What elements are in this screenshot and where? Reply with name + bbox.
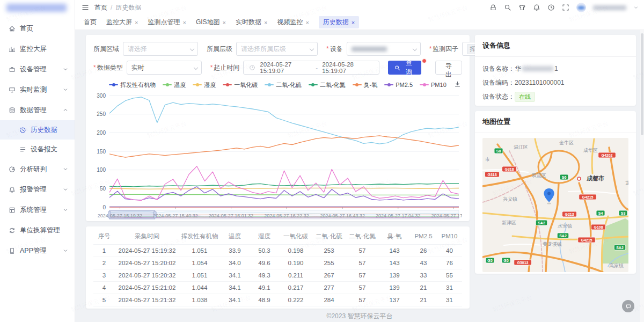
history-line-chart[interactable]: 0501001502002503002024-05-27 15:19:32202… — [93, 90, 462, 221]
tab-历史数据[interactable]: 历史数据× — [319, 16, 359, 28]
location-map[interactable]: 温江区金牛区成华区双流区兴义镇新津区水安镇黄龙溪镇高家镇龙市S8S6S4S3SA… — [482, 138, 628, 272]
series-line-温度 — [109, 194, 459, 195]
tab-close-icon[interactable]: × — [223, 19, 226, 26]
sidebar-item-device-report[interactable]: 设备报文 — [0, 140, 75, 159]
daterange-input[interactable]: 2024-05-27 15:19:07 - 2024-05-28 15:19:0… — [243, 61, 379, 75]
x-axis-tick-label: 2024-05-27 17:25:32 — [431, 213, 462, 218]
tab-实时数据[interactable]: 实时数据× — [236, 18, 267, 27]
road-shield-label: G213 — [565, 213, 574, 216]
tab-监控大屏[interactable]: 监控大屏× — [106, 18, 138, 27]
tab-首页[interactable]: 首页 — [84, 18, 97, 27]
table-cell: 1.054 — [179, 257, 220, 269]
device-value-blurred — [352, 47, 387, 52]
sidebar-item-system-mgmt[interactable]: 系统管理 — [0, 200, 75, 220]
road-shield-label: SA2 — [559, 234, 567, 238]
table-header-cell: 温度 — [220, 229, 250, 244]
username-blurred — [593, 5, 626, 10]
level-placeholder: 请选择所属层级 — [241, 45, 286, 54]
breadcrumb-separator: / — [111, 4, 112, 11]
road-shield-label: G5013 — [517, 261, 528, 265]
datatype-select[interactable]: 实时 — [127, 61, 202, 75]
location-pin-icon — [544, 188, 554, 204]
sidebar-item-label: 首页 — [20, 24, 33, 33]
chat-fab[interactable] — [622, 300, 634, 312]
legend-item-湿度[interactable]: 湿度 — [193, 81, 216, 89]
legend-item-温度[interactable]: 温度 — [163, 81, 186, 89]
table-cell: 1.038 — [179, 294, 220, 306]
sidebar-item-realtime[interactable]: 实时监测 — [0, 79, 75, 100]
chevron-down-icon[interactable] — [633, 5, 639, 10]
time-icon[interactable] — [547, 4, 555, 11]
table-cell: 143 — [379, 244, 410, 257]
legend-item-二氧-化氮[interactable]: 二氧-化氮 — [309, 81, 346, 89]
daterange-end: 2024-05-28 15:19:07 — [322, 61, 374, 74]
topbar: 首页 / 历史数据 — [75, 0, 644, 15]
page-scrollbar[interactable] — [640, 30, 644, 322]
table-header-cell: PM2.5 — [410, 229, 437, 244]
legend-item-PM10[interactable]: PM10 — [420, 82, 447, 88]
region-select[interactable]: 请选择 — [123, 42, 198, 56]
search-icon[interactable] — [504, 4, 511, 11]
sidebar-item-analysis[interactable]: 分析研判 — [0, 159, 75, 179]
theme-icon[interactable] — [518, 4, 526, 11]
legend-item-挥发性有机物[interactable]: 挥发性有机物 — [109, 81, 156, 89]
collapse-menu-icon[interactable] — [82, 4, 89, 11]
export-button[interactable]: 导出 — [435, 61, 462, 75]
datazoom-slider[interactable]: 2024-05-27 15:19:322024-05-27 15:40:3220… — [98, 210, 462, 219]
legend-label: 二氧-化氮 — [320, 81, 346, 89]
table-cell: 255 — [312, 257, 346, 269]
device-name-blurred — [522, 66, 553, 71]
tab-close-icon[interactable]: × — [352, 19, 355, 26]
legend-item-臭-氧[interactable]: 臭-氧 — [353, 81, 378, 89]
sidebar-item-home[interactable]: 首页 — [0, 18, 75, 39]
sidebar-item-unit-convert[interactable]: 单位换算管理 — [0, 220, 75, 240]
device-name-row: 设备名称： 华1 — [482, 62, 628, 76]
search-button[interactable]: 查询 — [388, 61, 421, 75]
tab-close-icon[interactable]: × — [182, 19, 186, 26]
fullscreen-icon[interactable] — [562, 4, 569, 11]
table-cell: 267 — [312, 269, 346, 281]
table-cell: 0.198 — [279, 244, 312, 257]
legend-item-一氧化碳[interactable]: 一氧化碳 — [223, 81, 258, 89]
sidebar-item-app-mgmt[interactable]: APP管理 — [0, 240, 75, 261]
table-cell: 2024-05-27 15:20:32 — [115, 269, 179, 281]
road-shield-label: G5 — [487, 259, 492, 262]
download-icon[interactable] — [454, 80, 461, 89]
legend-label: 一氧化碳 — [234, 81, 258, 89]
device-info-title: 设备信息 — [475, 35, 636, 57]
database-icon — [9, 107, 16, 114]
table-cell: 28 — [437, 306, 462, 309]
tab-close-icon[interactable]: × — [264, 19, 267, 26]
legend-item-PM2.5[interactable]: PM2.5 — [384, 82, 413, 88]
tab-监测点管理[interactable]: 监测点管理× — [148, 18, 186, 27]
breadcrumb: 首页 / 历史数据 — [94, 3, 141, 12]
sidebar-item-alarm-mgmt[interactable]: 报警管理 — [0, 179, 75, 200]
sidebar-item-data-mgmt[interactable]: 数据管理 — [0, 100, 75, 120]
table-cell: 2024-05-27 15:21:32 — [115, 294, 179, 306]
table-cell: 0.190 — [279, 257, 312, 269]
analysis-icon — [9, 166, 16, 173]
table-cell: 34.1 — [220, 269, 250, 281]
lock-icon[interactable] — [489, 4, 497, 11]
level-select[interactable]: 请选择所属层级 — [236, 42, 318, 56]
tab-close-icon[interactable]: × — [135, 19, 138, 26]
app-logo — [6, 4, 67, 12]
sidebar-item-big-screen[interactable]: 监控大屏 — [0, 39, 75, 59]
table-cell: 2024-05-27 15:22:02 — [115, 306, 179, 309]
bell-icon[interactable] — [533, 4, 540, 11]
sidebar-item-history-data[interactable]: 历史数据 — [0, 120, 75, 140]
sidebar-item-device-mgmt[interactable]: 设备管理 — [0, 59, 75, 79]
scrollbar-thumb[interactable] — [641, 33, 643, 135]
device-select[interactable] — [347, 42, 421, 56]
legend-item-二氧-化硫[interactable]: 二氧-化硫 — [265, 81, 302, 89]
level-label: 所属层级 — [207, 45, 232, 54]
table-cell: 1 — [93, 244, 115, 257]
svg-text:300: 300 — [97, 93, 106, 99]
breadcrumb-home[interactable]: 首页 — [94, 3, 107, 12]
tab-GIS地图[interactable]: GIS地图× — [196, 18, 226, 27]
legend-label: PM10 — [431, 82, 447, 88]
tab-close-icon[interactable]: × — [305, 19, 309, 26]
tab-视频监控[interactable]: 视频监控× — [277, 18, 309, 27]
x-axis-tick-label: 2024-05-27 16:01:32 — [209, 213, 254, 218]
avatar[interactable] — [576, 3, 586, 12]
